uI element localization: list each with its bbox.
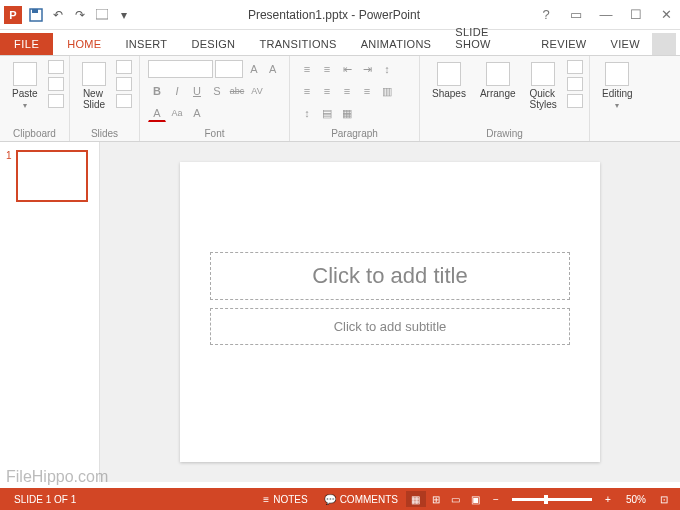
columns-icon[interactable]: ▥ [378, 82, 396, 100]
shape-effects-icon[interactable] [567, 94, 583, 108]
text-direction-icon[interactable]: ↕ [298, 104, 316, 122]
svg-rect-2 [96, 9, 108, 19]
font-size-combo[interactable] [215, 60, 243, 78]
align-text-icon[interactable]: ▤ [318, 104, 336, 122]
slide-canvas[interactable]: Click to add title Click to add subtitle [180, 162, 600, 462]
sorter-view-icon[interactable]: ⊞ [426, 491, 446, 507]
cut-icon[interactable] [48, 60, 64, 74]
shapes-button[interactable]: Shapes [428, 60, 470, 101]
tab-slideshow[interactable]: SLIDE SHOW [443, 21, 529, 55]
ribbon-display-icon[interactable]: ▭ [566, 5, 586, 25]
copy-icon[interactable] [48, 77, 64, 91]
paragraph-group-label: Paragraph [298, 126, 411, 139]
tab-home[interactable]: HOME [55, 33, 113, 55]
tab-design[interactable]: DESIGN [179, 33, 247, 55]
new-slide-button[interactable]: New Slide [78, 60, 110, 112]
reading-view-icon[interactable]: ▭ [446, 491, 466, 507]
comments-button[interactable]: 💬 COMMENTS [316, 494, 406, 505]
slide-thumbnail-panel: 1 [0, 142, 100, 482]
reset-icon[interactable] [116, 77, 132, 91]
clipboard-group-label: Clipboard [8, 126, 61, 139]
normal-view-icon[interactable]: ▦ [406, 491, 426, 507]
new-slide-icon [82, 62, 106, 86]
line-spacing-icon[interactable]: ↕ [378, 60, 396, 78]
tab-transitions[interactable]: TRANSITIONS [247, 33, 348, 55]
arrange-icon [486, 62, 510, 86]
clear-format-icon[interactable]: A [188, 104, 206, 122]
grow-font-icon[interactable]: A [245, 60, 262, 78]
undo-icon[interactable]: ↶ [50, 7, 66, 23]
zoom-out-button[interactable]: − [486, 491, 506, 507]
slides-group-label: Slides [78, 126, 131, 139]
window-title: Presentation1.pptx - PowerPoint [132, 8, 536, 22]
fit-window-icon[interactable]: ⊡ [654, 491, 674, 507]
shadow-button[interactable]: S [208, 82, 226, 100]
slide-editor-area: Click to add title Click to add subtitle [100, 142, 680, 482]
tab-review[interactable]: REVIEW [529, 33, 598, 55]
svg-rect-1 [32, 9, 38, 13]
tab-view[interactable]: VIEW [599, 33, 652, 55]
bold-button[interactable]: B [148, 82, 166, 100]
watermark: FileHippo.com [6, 468, 108, 486]
quick-styles-button[interactable]: Quick Styles [526, 60, 561, 112]
format-painter-icon[interactable] [48, 94, 64, 108]
subtitle-placeholder[interactable]: Click to add subtitle [210, 308, 570, 345]
slideshow-view-icon[interactable]: ▣ [466, 491, 486, 507]
underline-button[interactable]: U [188, 82, 206, 100]
indent-increase-icon[interactable]: ⇥ [358, 60, 376, 78]
font-family-combo[interactable] [148, 60, 213, 78]
shape-outline-icon[interactable] [567, 77, 583, 91]
paste-icon [13, 62, 37, 86]
section-icon[interactable] [116, 94, 132, 108]
change-case-button[interactable]: Aa [168, 104, 186, 122]
paste-button[interactable]: Paste ▾ [8, 60, 42, 112]
quick-styles-icon [531, 62, 555, 86]
maximize-icon[interactable]: ☐ [626, 5, 646, 25]
shape-fill-icon[interactable] [567, 60, 583, 74]
slide-count-status[interactable]: SLIDE 1 OF 1 [6, 494, 84, 505]
tab-insert[interactable]: INSERT [113, 33, 179, 55]
align-left-icon[interactable]: ≡ [298, 82, 316, 100]
help-icon[interactable]: ? [536, 5, 556, 25]
align-right-icon[interactable]: ≡ [338, 82, 356, 100]
start-show-icon[interactable] [94, 7, 110, 23]
find-icon [605, 62, 629, 86]
align-center-icon[interactable]: ≡ [318, 82, 336, 100]
account-icon[interactable] [652, 33, 676, 55]
title-placeholder[interactable]: Click to add title [210, 252, 570, 300]
shrink-font-icon[interactable]: A [264, 60, 281, 78]
minimize-icon[interactable]: — [596, 5, 616, 25]
file-tab[interactable]: FILE [0, 33, 53, 55]
close-icon[interactable]: ✕ [656, 5, 676, 25]
indent-decrease-icon[interactable]: ⇤ [338, 60, 356, 78]
font-color-button[interactable]: A [148, 104, 166, 122]
save-icon[interactable] [28, 7, 44, 23]
smartart-icon[interactable]: ▦ [338, 104, 356, 122]
drawing-group-label: Drawing [428, 126, 581, 139]
strike-button[interactable]: abc [228, 82, 246, 100]
justify-icon[interactable]: ≡ [358, 82, 376, 100]
qat-dropdown-icon[interactable]: ▾ [116, 7, 132, 23]
bullets-icon[interactable]: ≡ [298, 60, 316, 78]
zoom-in-button[interactable]: + [598, 491, 618, 507]
editing-button[interactable]: Editing ▾ [598, 60, 637, 112]
numbering-icon[interactable]: ≡ [318, 60, 336, 78]
layout-icon[interactable] [116, 60, 132, 74]
tab-animations[interactable]: ANIMATIONS [349, 33, 444, 55]
slide-thumbnail[interactable] [16, 150, 88, 202]
char-spacing-button[interactable]: AV [248, 82, 266, 100]
thumbnail-number: 1 [6, 150, 12, 202]
shapes-icon [437, 62, 461, 86]
editing-group-label [598, 137, 637, 139]
italic-button[interactable]: I [168, 82, 186, 100]
font-group-label: Font [148, 126, 281, 139]
zoom-slider[interactable] [512, 498, 592, 501]
notes-button[interactable]: ≡ NOTES [255, 494, 315, 505]
arrange-button[interactable]: Arrange [476, 60, 520, 101]
app-icon: P [4, 6, 22, 24]
redo-icon[interactable]: ↷ [72, 7, 88, 23]
zoom-level[interactable]: 50% [618, 494, 654, 505]
